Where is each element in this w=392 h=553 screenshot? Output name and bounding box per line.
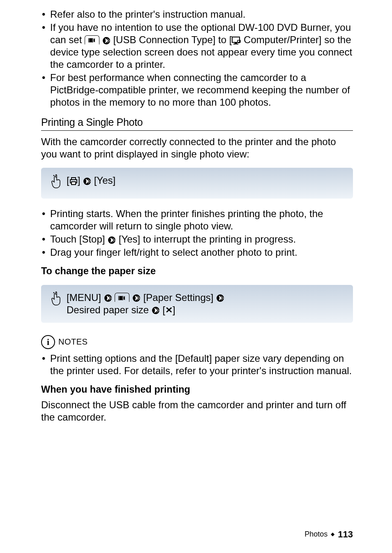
finished-body: Disconnect the USB cable from the camcor… [41, 399, 353, 423]
section-heading-printing-single: Printing a Single Photo [41, 116, 353, 131]
instruction-content: [] [Yes] [67, 174, 345, 187]
bullet-text: Drag your finger left/right to select an… [50, 247, 297, 258]
bullet-text: [USB Connection Type] to [ [113, 34, 232, 45]
intro-bullet-list: Refer also to the printer's instruction … [41, 8, 353, 109]
printing-bullet-list: Printing starts. When the printer finish… [41, 208, 353, 259]
bullet-item: Print setting options and the [Default] … [50, 352, 353, 377]
notes-heading: i NOTES [41, 335, 353, 349]
info-icon: i [41, 335, 55, 349]
bullet-text: [Yes] to interrupt the printing in progr… [116, 234, 296, 245]
bullet-item: Printing starts. When the printer finish… [50, 208, 353, 232]
bullet-item: Drag your finger left/right to select an… [50, 246, 353, 259]
bullet-text: Touch [Stop] [50, 234, 108, 245]
arrow-icon [108, 236, 116, 244]
bullet-text: Printing starts. When the printer finish… [50, 208, 323, 231]
page-footer: Photos ◆ 113 [304, 529, 353, 540]
notes-label: NOTES [58, 337, 88, 347]
arrow-icon [152, 306, 160, 315]
bullet-text: Refer also to the printer's instruction … [50, 9, 245, 20]
arrow-icon [104, 294, 112, 302]
bullet-item: If you have no intention to use the opti… [50, 21, 353, 71]
text: [ [67, 175, 69, 186]
bullet-text: For best performance when connecting the… [50, 72, 350, 108]
text: [ [162, 304, 165, 315]
instruction-content: [MENU] [Paper Settings] Desired paper si… [67, 292, 345, 316]
text: ] [173, 304, 175, 315]
filmstrip-tab-icon [85, 35, 99, 44]
bullet-item: Touch [Stop] [Yes] to interrupt the prin… [50, 233, 353, 245]
text: ] [78, 175, 83, 186]
section-intro: With the camcorder correctly connected t… [41, 136, 353, 160]
bullet-item: For best performance when connecting the… [50, 72, 353, 109]
text: [Yes] [94, 175, 116, 186]
instruction-box-paper: [MENU] [Paper Settings] Desired paper si… [41, 285, 353, 323]
bullet-item: Refer also to the printer's instruction … [50, 8, 353, 21]
text: Desired paper size [67, 304, 152, 315]
arrow-icon [216, 294, 224, 302]
subheading-finished: When you have finished printing [41, 384, 353, 396]
arrow-icon [102, 37, 111, 45]
notes-bullet-list: Print setting options and the [Default] … [41, 352, 353, 377]
filmstrip-tab-icon [115, 293, 129, 302]
bullet-text: Print setting options and the [Default] … [50, 353, 352, 376]
instruction-box-print: [] [Yes] [41, 168, 353, 199]
arrow-icon [132, 294, 141, 302]
subheading-paper-size: To change the paper size [41, 265, 353, 277]
close-x-icon: ✕ [165, 306, 173, 315]
text: [Paper Settings] [143, 292, 216, 303]
arrow-icon [83, 177, 91, 185]
computer-printer-icon [232, 37, 241, 45]
touch-icon [50, 174, 62, 192]
diamond-icon: ◆ [331, 531, 334, 537]
page-number: 113 [338, 529, 353, 540]
footer-section: Photos [304, 530, 327, 539]
touch-icon [50, 292, 62, 309]
print-icon [69, 177, 78, 185]
text: [MENU] [67, 292, 104, 303]
